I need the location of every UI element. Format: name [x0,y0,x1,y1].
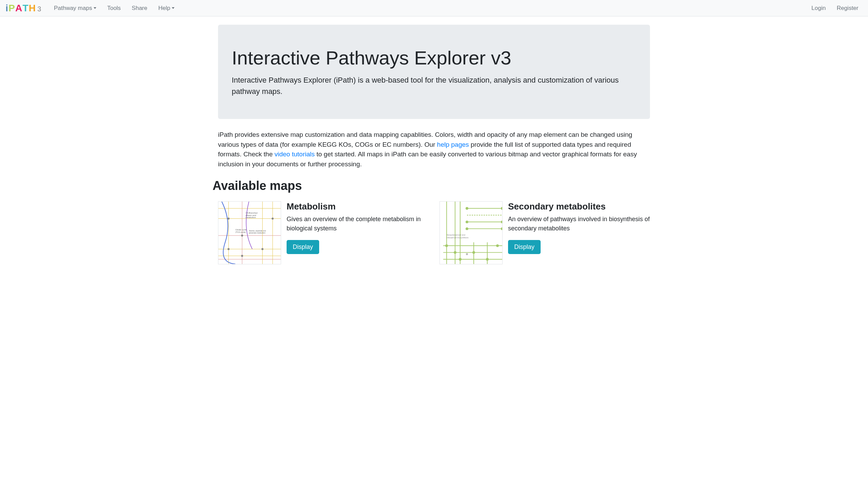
nav-tools[interactable]: Tools [103,2,125,14]
nav-links-right: Login Register [807,2,863,14]
svg-point-15 [272,217,274,219]
svg-point-13 [262,248,264,250]
nav-label: Tools [107,5,121,12]
nav-label: Share [132,5,147,12]
svg-point-48 [496,244,499,247]
svg-text:Citrate cycle: Citrate cycle [235,229,246,231]
chevron-down-icon [172,7,174,9]
display-button[interactable]: Display [287,240,319,254]
svg-point-39 [466,227,468,230]
svg-point-16 [241,255,243,257]
svg-text:metabolism: metabolism [245,216,256,218]
nav-share[interactable]: Share [128,2,151,14]
svg-text:triterpenoid biosynthesis: triterpenoid biosynthesis [447,237,469,239]
map-title: Metabolism [287,201,429,212]
nav-help[interactable]: Help [154,2,179,14]
svg-point-45 [459,258,461,261]
svg-rect-24 [440,202,502,264]
jumbotron: Interactive Pathways Explorer v3 Interac… [218,25,650,119]
nav-register[interactable]: Register [833,2,863,14]
help-pages-link[interactable]: help pages [437,141,469,148]
map-thumbnail[interactable]: C5-Branched dibasic acid metabolism Citr… [218,201,281,264]
page-subtitle: Interactive Pathways Explorer (iPath) is… [232,74,636,97]
nav-links-left: Pathway maps Tools Share Help [50,2,807,14]
svg-point-43 [445,244,448,247]
main-container: Interactive Pathways Explorer v3 Interac… [213,25,655,264]
map-thumbnail[interactable]: Sesquiterpenoid and triterpenoid biosynt… [439,201,503,264]
map-card-metabolism: C5-Branched dibasic acid metabolism Citr… [218,201,429,264]
map-description: An overview of pathways involved in bios… [508,215,650,233]
svg-text:C5-Branched: C5-Branched [245,212,257,214]
nav-label: Register [837,5,858,12]
pathway-thumbnail-icon: Sesquiterpenoid and triterpenoid biosynt… [440,202,502,264]
svg-text:glutamate metabolism: glutamate metabolism [249,232,265,234]
display-button[interactable]: Display [508,240,541,254]
svg-text:(TCA cycle): (TCA cycle) [235,231,246,233]
svg-point-14 [228,248,230,250]
svg-point-49 [466,253,468,255]
nav-login[interactable]: Login [807,2,830,14]
svg-point-11 [228,217,230,219]
map-title: Secondary metabolites [508,201,650,212]
map-card-secondary-metabolites: Sesquiterpenoid and triterpenoid biosynt… [439,201,650,264]
logo[interactable]: iPATH3 [5,3,41,14]
nav-label: Help [158,5,170,12]
map-info: Secondary metabolites An overview of pat… [508,201,650,264]
svg-point-46 [472,251,475,254]
svg-point-12 [241,235,243,237]
navbar: iPATH3 Pathway maps Tools Share Help Log… [0,0,868,16]
chevron-down-icon [94,7,96,9]
pathway-thumbnail-icon: C5-Branched dibasic acid metabolism Citr… [218,202,281,264]
nav-label: Login [811,5,826,12]
svg-point-44 [454,251,457,254]
svg-text:Sesquiterpenoid and: Sesquiterpenoid and [447,234,465,236]
intro-paragraph: iPath provides extensive map customizati… [218,130,650,169]
svg-point-47 [486,258,489,261]
svg-text:Alanine, aspartate and: Alanine, aspartate and [249,230,266,232]
map-info: Metabolism Gives an overview of the comp… [287,201,429,264]
map-description: Gives an overview of the complete metabo… [287,215,429,233]
svg-text:dibasic acid: dibasic acid [245,214,256,216]
nav-pathway-maps[interactable]: Pathway maps [50,2,100,14]
available-maps-heading: Available maps [213,179,650,193]
svg-point-37 [466,207,468,210]
nav-label: Pathway maps [54,5,92,12]
page-title: Interactive Pathways Explorer v3 [232,47,636,69]
video-tutorials-link[interactable]: video tutorials [275,151,315,158]
maps-row: C5-Branched dibasic acid metabolism Citr… [218,201,650,264]
svg-point-38 [466,220,468,223]
